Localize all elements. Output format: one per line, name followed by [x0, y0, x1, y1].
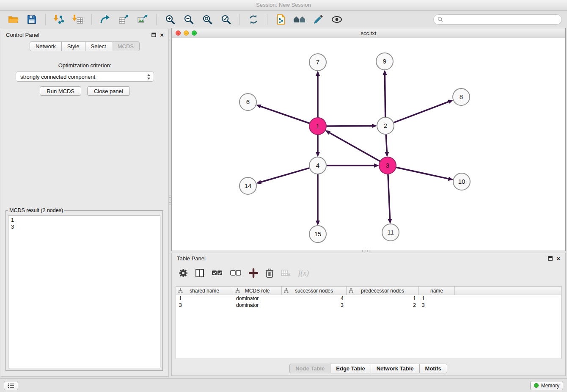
- export-image-button[interactable]: [135, 12, 151, 27]
- function-builder-button[interactable]: f(x): [298, 269, 309, 278]
- graph-node-1[interactable]: 1: [309, 118, 326, 135]
- graph-edge-1-2[interactable]: [326, 126, 372, 126]
- column-header-predecessor-nodes[interactable]: predecessor nodes: [347, 287, 419, 295]
- tab-network[interactable]: Network: [30, 41, 62, 51]
- column-header-name[interactable]: name: [419, 287, 455, 295]
- graph-node-6[interactable]: 6: [239, 94, 256, 110]
- float-panel-icon[interactable]: [151, 33, 156, 37]
- graph-node-4[interactable]: 4: [309, 157, 326, 174]
- graph-node-15[interactable]: 15: [309, 226, 326, 243]
- network-file-icon: [275, 14, 286, 25]
- close-window-icon[interactable]: ×: [176, 30, 181, 36]
- graph-edge-3-10[interactable]: [396, 167, 449, 179]
- open-network-file-button[interactable]: [273, 12, 289, 27]
- graph-node-14[interactable]: 14: [239, 177, 256, 194]
- network-graph[interactable]: 7968124314101511: [172, 38, 565, 251]
- export-network-button[interactable]: [97, 12, 113, 27]
- table-row[interactable]: 1dominator411: [176, 295, 561, 302]
- graph-edge-3-11[interactable]: [388, 174, 390, 219]
- import-table-button[interactable]: [70, 12, 86, 27]
- close-panel-button[interactable]: Close panel: [87, 86, 130, 96]
- table-settings-button[interactable]: [179, 268, 188, 278]
- tab-style[interactable]: Style: [61, 41, 85, 51]
- graph-edge-4-14[interactable]: [261, 168, 310, 182]
- network-window-titlebar[interactable]: × − + scc.txt: [172, 28, 565, 38]
- zoom-out-button[interactable]: [181, 12, 197, 27]
- maximize-window-icon[interactable]: +: [192, 30, 197, 36]
- cell-successor-nodes[interactable]: 4: [282, 295, 347, 302]
- cell-name[interactable]: 1: [419, 295, 455, 302]
- paint-style-button[interactable]: [310, 12, 326, 27]
- criterion-dropdown[interactable]: strongly connected component: [16, 72, 154, 82]
- run-mcds-button[interactable]: Run MCDS: [40, 86, 81, 96]
- graph-node-7[interactable]: 7: [309, 54, 326, 71]
- minimize-window-icon[interactable]: −: [184, 30, 189, 36]
- cell-successor-nodes[interactable]: 3: [282, 302, 347, 309]
- add-column-button[interactable]: [249, 268, 258, 278]
- graph-node-8[interactable]: 8: [453, 88, 470, 105]
- column-header-shared-name[interactable]: shared name: [176, 287, 233, 295]
- result-line: 3: [11, 224, 157, 230]
- graph-node-3[interactable]: 3: [379, 157, 396, 174]
- graph-edge-2-3[interactable]: [386, 134, 387, 152]
- graph-edge-1-6[interactable]: [260, 106, 310, 123]
- tab-node-table[interactable]: Node Table: [289, 364, 330, 373]
- tab-select[interactable]: Select: [85, 41, 112, 51]
- deselect-all-button[interactable]: [230, 269, 242, 277]
- delete-column-button[interactable]: [265, 268, 274, 278]
- mcds-result-text[interactable]: 13: [8, 215, 160, 368]
- cell-mcds-role[interactable]: dominator: [233, 302, 282, 309]
- memory-button[interactable]: Memory: [530, 381, 563, 390]
- graph-edge-2-8[interactable]: [394, 102, 449, 123]
- tab-edge-table[interactable]: Edge Table: [330, 364, 371, 373]
- column-header-mcds-role[interactable]: MCDS role: [233, 287, 282, 295]
- cell-mcds-role[interactable]: dominator: [233, 295, 282, 302]
- unchecked-boxes-icon: [230, 269, 242, 277]
- show-hide-details-button[interactable]: [329, 12, 345, 27]
- delete-table-button[interactable]: [281, 269, 291, 277]
- zoom-in-button[interactable]: [162, 12, 178, 27]
- window-titlebar[interactable]: Session: New Session: [0, 0, 567, 11]
- graph-node-10[interactable]: 10: [453, 173, 470, 190]
- close-panel-icon[interactable]: ×: [556, 256, 560, 261]
- select-all-button[interactable]: [212, 269, 223, 277]
- cell-shared-name[interactable]: 1: [176, 295, 233, 302]
- graph-node-11[interactable]: 11: [382, 224, 399, 241]
- zoom-fit-button[interactable]: [199, 12, 215, 27]
- first-neighbors-button[interactable]: [292, 12, 308, 27]
- search-input[interactable]: [446, 16, 558, 23]
- close-panel-icon[interactable]: ×: [160, 33, 164, 37]
- tab-network-table[interactable]: Network Table: [371, 364, 420, 373]
- graph-edge-2-9[interactable]: [385, 75, 385, 117]
- cell-predecessor-nodes[interactable]: 1: [347, 295, 419, 302]
- tab-motifs[interactable]: Motifs: [419, 364, 447, 373]
- network-canvas[interactable]: 7968124314101511: [172, 38, 565, 251]
- graph-node-9[interactable]: 9: [376, 53, 393, 70]
- cell-name[interactable]: 3: [419, 302, 455, 309]
- graph-edge-3-1[interactable]: [329, 133, 380, 161]
- fx-icon: f(x): [298, 269, 309, 278]
- save-session-button[interactable]: [24, 12, 40, 27]
- table-row[interactable]: 3dominator323: [176, 302, 561, 309]
- task-history-button[interactable]: [4, 381, 18, 390]
- refresh-layout-button[interactable]: [245, 12, 261, 27]
- export-table-button[interactable]: [116, 12, 132, 27]
- cell-predecessor-nodes[interactable]: 2: [347, 302, 419, 309]
- cell-shared-name[interactable]: 3: [176, 302, 233, 309]
- float-panel-icon[interactable]: [548, 256, 553, 261]
- horizontal-splitter-handle[interactable]: [362, 250, 372, 252]
- import-network-button[interactable]: [51, 12, 67, 27]
- network-window-title: scc.txt: [361, 30, 377, 36]
- column-header-successor-nodes[interactable]: successor nodes: [282, 287, 347, 295]
- column-header-label: predecessor nodes: [361, 288, 404, 294]
- show-columns-button[interactable]: [195, 268, 204, 278]
- control-panel-tabs: NetworkStyleSelectMCDS: [1, 41, 168, 51]
- column-namespace-icon: [349, 288, 353, 293]
- zoom-in-icon: [165, 14, 176, 25]
- zoom-selected-button[interactable]: [218, 12, 234, 27]
- tab-mcds[interactable]: MCDS: [112, 41, 140, 51]
- open-file-button[interactable]: [5, 12, 21, 27]
- vertical-splitter-handle[interactable]: [169, 196, 171, 206]
- graph-node-label: 8: [460, 93, 463, 100]
- graph-node-2[interactable]: 2: [377, 117, 394, 134]
